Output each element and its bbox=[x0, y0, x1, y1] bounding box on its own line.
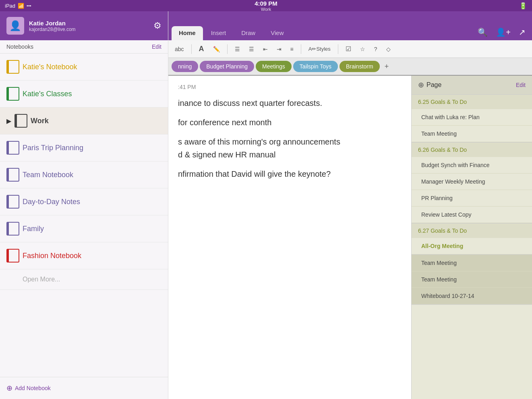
styles-dropdown[interactable]: A✏ Styles bbox=[305, 44, 334, 54]
page-item-all-org[interactable]: All-Org Meeting bbox=[412, 238, 532, 254]
notebooks-edit-button[interactable]: Edit bbox=[152, 43, 161, 50]
user-name: Katie Jordan bbox=[29, 20, 149, 27]
page-panel-title: ⊕ Page bbox=[418, 81, 441, 89]
notebook-item-paris-trip[interactable]: Paris Trip Planning bbox=[0, 134, 168, 161]
active-arrow-icon: ▶ bbox=[6, 117, 11, 125]
checkbox-icon: ☑ bbox=[346, 45, 351, 53]
question-tool[interactable]: ? bbox=[371, 44, 381, 54]
page-section-625: 6.25 Goals & To Do Chat with Luka re: Pl… bbox=[412, 95, 532, 143]
add-circle-icon: ⊕ bbox=[6, 384, 12, 393]
add-page-icon[interactable]: ⊕ bbox=[418, 81, 424, 89]
page-item-whiteboard[interactable]: Whiteboard 10-27-14 bbox=[412, 288, 532, 304]
note-paragraph-2: for conference next month bbox=[178, 116, 402, 129]
section-header-625: 6.25 Goals & To Do bbox=[412, 95, 532, 109]
page-item-chat-luka[interactable]: Chat with Luka re: Plan bbox=[412, 109, 532, 126]
page-panel-edit-button[interactable]: Edit bbox=[516, 82, 526, 88]
section-tab-budget-label: Budget Planning bbox=[206, 63, 248, 70]
font-a-icon: A bbox=[199, 45, 204, 53]
sidebar: 👤 Katie Jordan kajordan28@live.com ⚙ Not… bbox=[0, 11, 168, 399]
section-tab-planning[interactable]: nning bbox=[172, 61, 198, 72]
avatar: 👤 bbox=[6, 17, 24, 35]
notebook-icon-work bbox=[14, 114, 26, 128]
page-item-review-latest[interactable]: Review Latest Copy bbox=[412, 207, 532, 223]
settings-icon[interactable]: ⚙ bbox=[153, 21, 161, 31]
notebook-label-katies-notebook: Katie's Notebook bbox=[23, 63, 77, 71]
star-icon: ☆ bbox=[360, 46, 365, 52]
pen-icon: ✏️ bbox=[213, 46, 220, 52]
notebook-icon-katies-notebook bbox=[6, 60, 18, 74]
wand-icon: A✏ bbox=[308, 46, 317, 52]
page-item-team-meeting-2[interactable]: Team Meeting bbox=[412, 255, 532, 271]
main-content-area: Home Insert Draw View 🔍 👤+ ↗ abc A ✏️ ☰ … bbox=[168, 11, 532, 399]
notebook-label-team-notebook: Team Notebook bbox=[23, 171, 73, 179]
notebook-item-fashion-notebook[interactable]: Fashion Notebook bbox=[0, 242, 168, 269]
add-section-tab-button[interactable]: + bbox=[381, 61, 392, 72]
page-item-pr-planning[interactable]: PR Planning bbox=[412, 190, 532, 207]
notebook-item-work[interactable]: ▶ Work bbox=[0, 108, 168, 134]
page-item-team-meeting-1[interactable]: Team Meeting bbox=[412, 126, 532, 142]
notebook-label-katies-classes: Katie's Classes bbox=[23, 90, 72, 98]
outdent-tool[interactable]: ⇤ bbox=[260, 44, 271, 54]
notebook-icon-katies-classes bbox=[6, 87, 18, 101]
section-tab-meetings[interactable]: Meetings bbox=[256, 61, 292, 72]
status-bar-center: 4:09 PM Work bbox=[255, 0, 277, 12]
page-section-misc: Team Meeting Team Meeting Whiteboard 10-… bbox=[412, 255, 532, 305]
bullet-list-tool[interactable]: ☰ bbox=[232, 44, 243, 54]
notebook-label-fashion-notebook: Fashion Notebook bbox=[23, 252, 81, 260]
notebook-icon-family bbox=[6, 222, 18, 236]
notebook-item-katies-notebook[interactable]: Katie's Notebook bbox=[0, 54, 168, 81]
section-tab-tailspin[interactable]: Tailspin Toys bbox=[293, 61, 338, 72]
user-email: kajordan28@live.com bbox=[29, 27, 149, 32]
add-notebook-label: Add Notebook bbox=[15, 385, 51, 391]
add-person-icon[interactable]: 👤+ bbox=[496, 27, 511, 37]
note-paragraph-4: nfirmation that David will give the keyn… bbox=[178, 167, 402, 180]
indent-icon: ⇥ bbox=[277, 46, 282, 52]
abc-tool[interactable]: abc bbox=[172, 44, 187, 54]
tab-insert[interactable]: Insert bbox=[204, 26, 234, 40]
notebook-label-family: Family bbox=[23, 225, 44, 233]
pen-tool[interactable]: ✏️ bbox=[210, 44, 223, 54]
page-item-manager-weekly[interactable]: Manager Weekly Meeting bbox=[412, 174, 532, 190]
add-notebook-button[interactable]: ⊕ Add Notebook bbox=[6, 384, 51, 393]
tab-home[interactable]: Home bbox=[172, 26, 203, 40]
search-icon[interactable]: 🔍 bbox=[478, 27, 488, 37]
page-item-budget-synch[interactable]: Budget Synch with Finance bbox=[412, 157, 532, 174]
notebook-label-day-to-day: Day-to-Day Notes bbox=[23, 198, 80, 206]
note-editor[interactable]: :41 PM inance to discuss next quarter fo… bbox=[168, 76, 411, 399]
section-tab-budget[interactable]: Budget Planning bbox=[200, 61, 254, 72]
tag-tool[interactable]: ◇ bbox=[383, 44, 394, 54]
page-item-team-meeting-3[interactable]: Team Meeting bbox=[412, 271, 532, 288]
notebook-item-team-notebook[interactable]: Team Notebook bbox=[0, 161, 168, 188]
notebook-icon-paris-trip bbox=[6, 141, 18, 155]
tab-draw[interactable]: Draw bbox=[234, 26, 263, 40]
indent-tool[interactable]: ⇥ bbox=[273, 44, 285, 54]
font-size-tool[interactable]: A bbox=[196, 43, 207, 55]
page-label: Page bbox=[426, 81, 441, 89]
align-tool[interactable]: ≡ bbox=[287, 44, 297, 54]
tag-icon: ◇ bbox=[386, 46, 391, 52]
notebooks-label: Notebooks bbox=[6, 43, 33, 50]
section-tab-brainstorm-label: Brainstorm bbox=[346, 63, 373, 70]
checkbox-tool[interactable]: ☑ bbox=[342, 43, 354, 54]
section-tab-brainstorm[interactable]: Brainstorm bbox=[339, 61, 380, 72]
expand-icon[interactable]: ↗ bbox=[519, 27, 526, 37]
open-more-item[interactable]: Open More... bbox=[0, 269, 168, 290]
notebook-list: Katie's Notebook Katie's Classes ▶ Work … bbox=[0, 54, 168, 377]
star-tool[interactable]: ☆ bbox=[357, 44, 368, 54]
notebook-item-day-to-day[interactable]: Day-to-Day Notes bbox=[0, 188, 168, 215]
notebook-item-katies-classes[interactable]: Katie's Classes bbox=[0, 81, 168, 108]
ipad-label: iPad bbox=[5, 3, 15, 9]
numbered-list-tool[interactable]: ☰ bbox=[246, 44, 257, 54]
status-bar-right: 🔋 bbox=[519, 2, 527, 10]
toolbar-sep-3 bbox=[301, 44, 301, 54]
outdent-icon: ⇤ bbox=[263, 46, 268, 52]
notebook-label-work: Work bbox=[31, 117, 49, 125]
section-tab-meetings-label: Meetings bbox=[262, 63, 285, 70]
top-navigation: Home Insert Draw View 🔍 👤+ ↗ bbox=[168, 11, 532, 40]
section-header-627: 6.27 Goals & To Do bbox=[412, 223, 532, 238]
note-timestamp: :41 PM bbox=[178, 84, 402, 90]
notebook-item-family[interactable]: Family bbox=[0, 215, 168, 242]
styles-label: Styles bbox=[316, 46, 330, 52]
wifi-icon: 📶 bbox=[18, 3, 24, 9]
tab-view[interactable]: View bbox=[263, 26, 291, 40]
